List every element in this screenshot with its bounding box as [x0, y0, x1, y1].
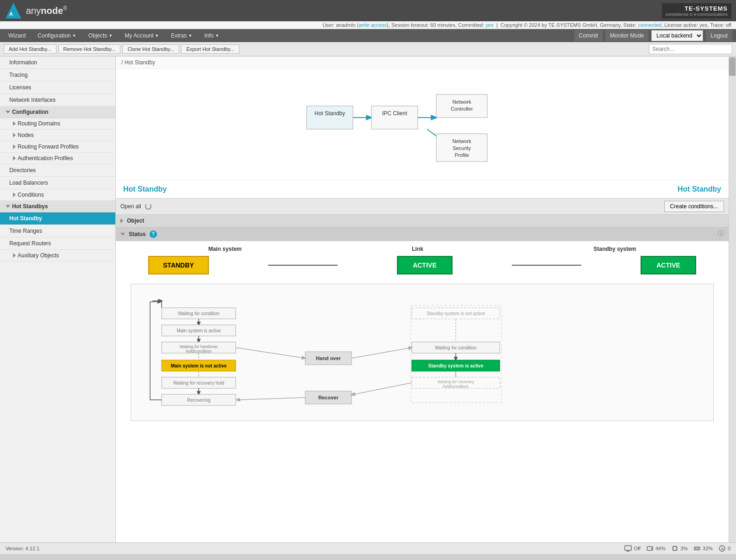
chevron-right-icon: [13, 193, 16, 197]
object-collapsible-row[interactable]: Object: [116, 215, 729, 227]
sidebar-item-directories[interactable]: Directories: [0, 164, 115, 177]
breadcrumb: / Hot Standby: [116, 56, 729, 69]
sidebar-item-conditions[interactable]: Conditions: [0, 189, 115, 201]
svg-text:Waiting for condition: Waiting for condition: [435, 345, 477, 350]
license-text: License active: yes, Trace: off: [664, 22, 731, 28]
svg-text:Waiting for handover: Waiting for handover: [180, 344, 218, 349]
svg-text:Waiting for condition: Waiting for condition: [178, 311, 220, 316]
chevron-down-icon: [120, 233, 125, 236]
commit-button[interactable]: Commit: [574, 30, 603, 41]
nav-my-account[interactable]: My Account ▼: [119, 30, 164, 42]
state-machine-svg: Waiting for condition Main system is act…: [138, 292, 537, 412]
sidebar-item-network-interfaces[interactable]: Network Interfaces: [0, 94, 115, 106]
export-hot-standby-button[interactable]: Export Hot Standby...: [181, 44, 239, 54]
search-input[interactable]: [649, 44, 732, 54]
svg-text:Standby system is not active: Standby system is not active: [427, 311, 485, 316]
status-collapsible-row[interactable]: Status ? ▾: [116, 227, 729, 241]
nav-objects[interactable]: Objects ▼: [83, 30, 119, 42]
open-all-left: Open all: [120, 203, 151, 210]
user-label: User:: [322, 22, 334, 28]
svg-text:IPC Client: IPC Client: [382, 110, 407, 117]
svg-text:Waiting for recovery hold: Waiting for recovery hold: [173, 380, 224, 386]
nav-extras[interactable]: Extras ▼: [165, 30, 198, 42]
svg-marker-0: [6, 3, 21, 19]
sidebar-section-hot-standbys[interactable]: Hot Standbys: [0, 201, 115, 212]
sidebar-section-configuration[interactable]: Configuration: [0, 106, 115, 118]
svg-rect-68: [673, 547, 677, 550]
sidebar-item-request-routers[interactable]: Request Routers: [0, 237, 115, 250]
monitor-mode-button[interactable]: Monitor Mode: [605, 30, 648, 41]
status-label: Status: [129, 231, 146, 237]
sidebar-item-time-ranges[interactable]: Time Ranges: [0, 225, 115, 237]
nav-info[interactable]: Info ▼: [199, 30, 225, 42]
nav-wizard[interactable]: Wizard: [3, 30, 31, 42]
sidebar-item-routing-forward-profiles[interactable]: Routing Forward Profiles: [0, 141, 115, 153]
status-section: Main system Link Standby system STANDBY …: [116, 241, 729, 433]
status-bar: Version: 4.12.1 Off 44%: [0, 542, 736, 554]
session-info: Session timeout: 60 minutes, Committed:: [391, 22, 484, 28]
remove-hot-standby-button[interactable]: Remove Hot Standby...: [58, 44, 121, 54]
chevron-right-icon: [13, 156, 16, 161]
sidebar-item-auxiliary-objects[interactable]: Auxiliary Objects: [0, 250, 115, 261]
svg-text:Profile: Profile: [454, 152, 469, 158]
svg-text:Network: Network: [452, 138, 471, 144]
logo-area: A anynode®: [5, 2, 67, 19]
svg-text:Controller: Controller: [451, 106, 473, 112]
connections-status: ⚙ 0: [718, 545, 730, 552]
svg-point-67: [651, 548, 652, 549]
diagram-area: Hot Standby IPC Client Network Controlle…: [116, 69, 729, 180]
standby-system-label: Standby system: [593, 246, 636, 252]
chevron-right-icon: [120, 218, 123, 223]
version-label: Version: 4.12.1: [6, 546, 39, 551]
svg-text:Main system is not active: Main system is not active: [171, 363, 227, 368]
create-conditions-button[interactable]: Create conditions...: [664, 201, 724, 212]
svg-text:Network: Network: [452, 99, 471, 105]
nav-configuration[interactable]: Configuration ▼: [32, 30, 82, 42]
refresh-icon[interactable]: [145, 203, 151, 210]
status-boxes: STANDBY ACTIVE ACTIVE: [123, 256, 721, 274]
chevron-right-icon: [13, 253, 16, 258]
logo-text: anynode®: [26, 5, 67, 16]
add-hot-standby-button[interactable]: Add Hot Standby...: [4, 44, 57, 54]
disk-icon: [646, 545, 654, 552]
content-area: / Hot Standby Hot Standby IPC Client Net…: [116, 56, 729, 542]
svg-text:A: A: [9, 11, 13, 17]
monitor-icon: [624, 545, 632, 552]
info-bar: User: anadmin (write access), Session ti…: [0, 21, 736, 29]
sidebar-item-hot-standby[interactable]: Hot Standby: [0, 212, 115, 225]
flow-diagram: Hot Standby IPC Client Network Controlle…: [302, 78, 543, 171]
svg-text:Waiting for recovery: Waiting for recovery: [437, 380, 474, 384]
chevron-down-icon: [6, 205, 10, 208]
sidebar-item-information[interactable]: Information: [0, 56, 115, 69]
sidebar-item-load-balancers[interactable]: Load Balancers: [0, 177, 115, 189]
sidebar-item-routing-domains[interactable]: Routing Domains: [0, 118, 115, 130]
clone-hot-standby-button[interactable]: Clone Hot Standby...: [122, 44, 179, 54]
status-column-headers: Main system Link Standby system: [123, 246, 721, 252]
sidebar-item-licenses[interactable]: Licenses: [0, 81, 115, 94]
username: anadmin: [336, 22, 357, 28]
cpu-status: 3%: [671, 545, 688, 552]
help-icon[interactable]: ?: [150, 230, 157, 238]
state-machine-diagram: Waiting for condition Main system is act…: [131, 284, 714, 421]
chevron-right-icon: [13, 121, 16, 126]
svg-line-43: [236, 348, 305, 358]
scroll-rail[interactable]: [729, 56, 736, 542]
svg-text:Recover: Recover: [318, 395, 339, 400]
svg-line-59: [352, 348, 412, 358]
logout-button[interactable]: Logout: [706, 30, 732, 41]
sidebar-item-authentication-profiles[interactable]: Authentication Profiles: [0, 153, 115, 164]
write-access-link[interactable]: write access: [359, 22, 387, 28]
state-link[interactable]: connected: [638, 22, 661, 28]
svg-text:hold/condition: hold/condition: [186, 349, 212, 354]
standby-status-box: ACTIVE: [641, 256, 696, 274]
main-status-box: STANDBY: [148, 256, 209, 274]
backend-select[interactable]: Local backend: [651, 30, 703, 41]
svg-line-61: [352, 383, 412, 395]
anynode-logo-icon: A: [5, 2, 22, 19]
sidebar-item-tracing[interactable]: Tracing: [0, 69, 115, 81]
sidebar: Information Tracing Licenses Network Int…: [0, 56, 116, 542]
svg-text:▾: ▾: [719, 231, 722, 236]
committed-link[interactable]: yes: [485, 22, 493, 28]
sidebar-item-nodes[interactable]: Nodes: [0, 130, 115, 141]
section-title: Hot Standby Hot Standby: [116, 180, 729, 198]
